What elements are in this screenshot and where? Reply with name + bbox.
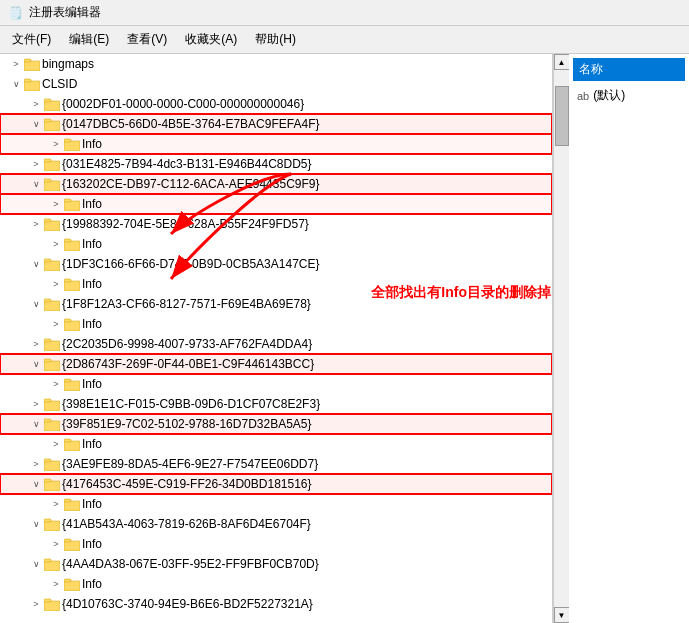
expander-4AA4DA38[interactable]: ∨ — [28, 556, 44, 572]
tree-node-19988392_Info[interactable]: > Info — [0, 234, 552, 254]
tree-label-4D10763C: {4D10763C-3740-94E9-B6E6-BD2F5227321A} — [62, 595, 313, 613]
expander-39F851E9_Info[interactable]: > — [48, 436, 64, 452]
expander-163202CE_Info[interactable]: > — [48, 196, 64, 212]
tree-node-39F851E9_Info[interactable]: > Info — [0, 434, 552, 454]
expander-4176453C[interactable]: ∨ — [28, 476, 44, 492]
expander-41AB543A_Info[interactable]: > — [48, 536, 64, 552]
tree-node-2C2035D6[interactable]: > {2C2035D6-9998-4007-9733-AF762FA4DDA4} — [0, 334, 552, 354]
tree-node-39F851E9[interactable]: ∨ {39F851E9-7C02-5102-9788-16D7D32BA5A5} — [0, 414, 552, 434]
menu-item-a[interactable]: 收藏夹(A) — [177, 28, 245, 51]
tree-node-031E4825[interactable]: > {031E4825-7B94-4dc3-B131-E946B44C8DD5} — [0, 154, 552, 174]
tree-node-1DF3C166_Info[interactable]: > Info — [0, 274, 552, 294]
right-panel-header: 名称 — [573, 58, 685, 81]
tree-node-1DF3C166[interactable]: ∨ {1DF3C166-6F66-D747-0B9D-0CB5A3A147CE} — [0, 254, 552, 274]
expander-41AB543A[interactable]: ∨ — [28, 516, 44, 532]
scrollbar[interactable]: ▲ ▼ — [553, 54, 569, 623]
tree-node-2D86743F_Info[interactable]: > Info — [0, 374, 552, 394]
tree-label-19988392_Info: Info — [82, 235, 102, 253]
expander-1F8F12A3_Info[interactable]: > — [48, 316, 64, 332]
expander-1F8F12A3[interactable]: ∨ — [28, 296, 44, 312]
tree-node-1F8F12A3_Info[interactable]: > Info — [0, 314, 552, 334]
menu-item-v[interactable]: 查看(V) — [119, 28, 175, 51]
svg-rect-4 — [44, 101, 60, 111]
tree-label-39F851E9_Info: Info — [82, 435, 102, 453]
folder-icon-41AB543A — [44, 517, 62, 531]
svg-rect-46 — [44, 521, 60, 531]
folder-icon-39F851E9_Info — [64, 437, 82, 451]
expander-398E1E1C[interactable]: > — [28, 396, 44, 412]
svg-rect-6 — [44, 121, 60, 131]
tree-node-163202CE[interactable]: ∨ {163202CE-DB97-C112-6ACA-AEE94435C9F9} — [0, 174, 552, 194]
tree-node-163202CE_Info[interactable]: > Info — [0, 194, 552, 214]
expander-19988392_Info[interactable]: > — [48, 236, 64, 252]
tree-node-0147DBC5[interactable]: ∨ {0147DBC5-66D0-4B5E-3764-E7BAC9FEFA4F} — [0, 114, 552, 134]
folder-icon-4176453C — [44, 477, 62, 491]
tree-node-bingmaps[interactable]: > bingmaps — [0, 54, 552, 74]
svg-rect-7 — [44, 119, 51, 122]
expander-4AA4DA38_Info[interactable]: > — [48, 576, 64, 592]
tree-label-1F8F12A3_Info: Info — [82, 315, 102, 333]
expander-2C2035D6[interactable]: > — [28, 336, 44, 352]
tree-label-163202CE: {163202CE-DB97-C112-6ACA-AEE94435C9F9} — [62, 175, 320, 193]
scroll-thumb[interactable] — [555, 86, 569, 146]
svg-rect-10 — [44, 161, 60, 171]
tree-node-1F8F12A3[interactable]: ∨ {1F8F12A3-CF66-8127-7571-F69E4BA69E78} — [0, 294, 552, 314]
svg-rect-53 — [64, 579, 71, 582]
svg-rect-31 — [44, 359, 51, 362]
right-panel: 名称 ab (默认) — [569, 54, 689, 623]
expander-bingmaps[interactable]: > — [8, 56, 24, 72]
tree-label-398E1E1C: {398E1E1C-F015-C9BB-09D6-D1CF07C8E2F3} — [62, 395, 320, 413]
tree-node-41AB543A_Info[interactable]: > Info — [0, 534, 552, 554]
tree-panel[interactable]: > bingmaps∨ CLSID> {0002DF01-0000-0000-C… — [0, 54, 553, 623]
svg-rect-5 — [44, 99, 51, 102]
expander-39F851E9[interactable]: ∨ — [28, 416, 44, 432]
expander-2D86743F_Info[interactable]: > — [48, 376, 64, 392]
tree-node-4AA4DA38[interactable]: ∨ {4AA4DA38-067E-03FF-95E2-FF9FBF0CB70D} — [0, 554, 552, 574]
menu-bar: 文件(F)编辑(E)查看(V)收藏夹(A)帮助(H) — [0, 26, 689, 54]
tree-label-163202CE_Info: Info — [82, 195, 102, 213]
scroll-up-btn[interactable]: ▲ — [554, 54, 570, 70]
folder-icon-clsid — [24, 77, 42, 91]
tree-node-4AA4DA38_Info[interactable]: > Info — [0, 574, 552, 594]
tree-node-2D86743F[interactable]: ∨ {2D86743F-269F-0F44-0BE1-C9F446143BCC} — [0, 354, 552, 374]
expander-1DF3C166_Info[interactable]: > — [48, 276, 64, 292]
svg-rect-1 — [24, 59, 31, 62]
tree-label-0002DF01: {0002DF01-0000-0000-C000-000000000046} — [62, 95, 304, 113]
tree-node-398E1E1C[interactable]: > {398E1E1C-F015-C9BB-09D6-D1CF07C8E2F3} — [0, 394, 552, 414]
svg-rect-14 — [64, 201, 80, 211]
expander-031E4825[interactable]: > — [28, 156, 44, 172]
tree-node-3AE9FE89[interactable]: > {3AE9FE89-8DA5-4EF6-9E27-F7547EE06DD7} — [0, 454, 552, 474]
expander-clsid[interactable]: ∨ — [8, 76, 24, 92]
tree-node-41AB543A[interactable]: ∨ {41AB543A-4063-7819-626B-8AF6D4E6704F} — [0, 514, 552, 534]
expander-4176453C_Info[interactable]: > — [48, 496, 64, 512]
tree-node-clsid[interactable]: ∨ CLSID — [0, 74, 552, 94]
menu-item-f[interactable]: 文件(F) — [4, 28, 59, 51]
folder-icon-163202CE — [44, 177, 62, 191]
folder-icon-2D86743F_Info — [64, 377, 82, 391]
svg-rect-19 — [64, 239, 71, 242]
menu-item-e[interactable]: 编辑(E) — [61, 28, 117, 51]
expander-163202CE[interactable]: ∨ — [28, 176, 44, 192]
svg-rect-51 — [44, 559, 51, 562]
svg-rect-49 — [64, 539, 71, 542]
expander-1DF3C166[interactable]: ∨ — [28, 256, 44, 272]
folder-icon-39F851E9 — [44, 417, 62, 431]
tree-node-0002DF01[interactable]: > {0002DF01-0000-0000-C000-000000000046} — [0, 94, 552, 114]
tree-node-19988392[interactable]: > {19988392-704E-5E84-628A-B55F24F9FD57} — [0, 214, 552, 234]
expander-4D10763C[interactable]: > — [28, 596, 44, 612]
tree-label-0147DBC5: {0147DBC5-66D0-4B5E-3764-E7BAC9FEFA4F} — [62, 115, 319, 133]
expander-3AE9FE89[interactable]: > — [28, 456, 44, 472]
tree-node-0147DBC5_Info[interactable]: > Info — [0, 134, 552, 154]
menu-item-h[interactable]: 帮助(H) — [247, 28, 304, 51]
expander-19988392[interactable]: > — [28, 216, 44, 232]
tree-node-4176453C_Info[interactable]: > Info — [0, 494, 552, 514]
expander-2D86743F[interactable]: ∨ — [28, 356, 44, 372]
expander-0147DBC5_Info[interactable]: > — [48, 136, 64, 152]
svg-rect-22 — [64, 281, 80, 291]
scroll-down-btn[interactable]: ▼ — [554, 607, 570, 623]
expander-0147DBC5[interactable]: ∨ — [28, 116, 44, 132]
folder-icon-1DF3C166_Info — [64, 277, 82, 291]
tree-node-4D10763C[interactable]: > {4D10763C-3740-94E9-B6E6-BD2F5227321A} — [0, 594, 552, 614]
tree-node-4176453C[interactable]: ∨ {4176453C-459E-C919-FF26-34D0BD181516} — [0, 474, 552, 494]
expander-0002DF01[interactable]: > — [28, 96, 44, 112]
